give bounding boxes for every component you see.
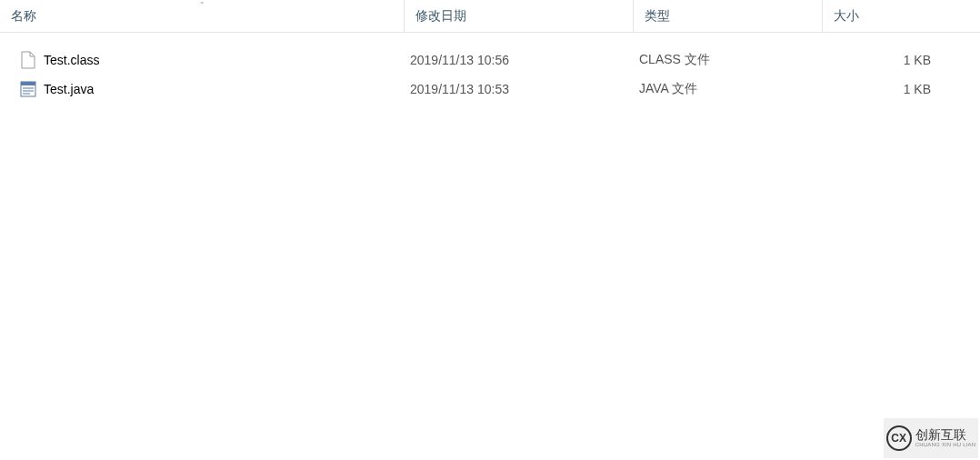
- file-row[interactable]: Test.class 2019/11/13 10:56 CLASS 文件 1 K…: [0, 45, 980, 75]
- file-row[interactable]: Test.java 2019/11/13 10:53 JAVA 文件 1 KB: [0, 75, 980, 104]
- java-file-icon: [20, 79, 36, 99]
- svg-rect-1: [21, 82, 35, 85]
- column-label-size: 大小: [834, 8, 859, 25]
- file-date: 2019/11/13 10:53: [405, 82, 634, 96]
- watermark: CX 创新互联 CHUANG XIN HU LIAN: [884, 418, 978, 458]
- column-label-type: 类型: [645, 8, 670, 25]
- file-type: JAVA 文件: [634, 81, 823, 97]
- file-size: 1 KB: [823, 82, 936, 96]
- column-header-name[interactable]: ˄ 名称: [0, 0, 405, 32]
- file-type: CLASS 文件: [634, 52, 823, 68]
- file-name: Test.java: [44, 82, 94, 96]
- watermark-main: 创新互联: [915, 428, 976, 442]
- sort-ascending-icon: ˄: [200, 2, 205, 10]
- column-header-date[interactable]: 修改日期: [405, 0, 634, 32]
- column-label-date: 修改日期: [415, 8, 466, 25]
- file-list: Test.class 2019/11/13 10:56 CLASS 文件 1 K…: [0, 33, 980, 104]
- blank-file-icon: [20, 50, 36, 70]
- column-label-name: 名称: [11, 8, 36, 25]
- column-header-row: ˄ 名称 修改日期 类型 大小: [0, 0, 980, 33]
- watermark-logo-icon: CX: [886, 425, 912, 451]
- file-name: Test.class: [44, 53, 99, 67]
- file-size: 1 KB: [823, 53, 936, 67]
- watermark-sub: CHUANG XIN HU LIAN: [915, 442, 976, 448]
- file-date: 2019/11/13 10:56: [405, 53, 634, 67]
- column-header-size[interactable]: 大小: [823, 0, 964, 32]
- column-header-type[interactable]: 类型: [634, 0, 823, 32]
